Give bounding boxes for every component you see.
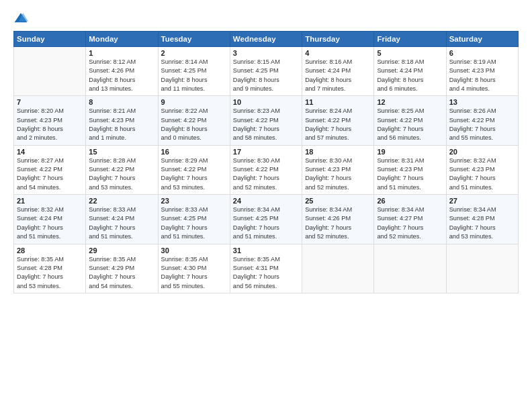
weekday-header-sunday: Sunday xyxy=(14,32,86,47)
day-info: Sunrise: 8:22 AM Sunset: 4:22 PM Dayligh… xyxy=(161,107,227,142)
day-number: 28 xyxy=(17,246,83,255)
day-number: 22 xyxy=(89,197,154,205)
day-info: Sunrise: 8:33 AM Sunset: 4:25 PM Dayligh… xyxy=(161,205,227,241)
day-cell: 2Sunrise: 8:14 AM Sunset: 4:25 PM Daylig… xyxy=(158,47,230,96)
day-cell: 30Sunrise: 8:35 AM Sunset: 4:30 PM Dayli… xyxy=(158,244,230,293)
day-number: 26 xyxy=(377,197,443,205)
day-cell: 8Sunrise: 8:21 AM Sunset: 4:23 PM Daylig… xyxy=(86,96,158,145)
day-cell: 28Sunrise: 8:35 AM Sunset: 4:28 PM Dayli… xyxy=(14,244,86,293)
day-info: Sunrise: 8:28 AM Sunset: 4:22 PM Dayligh… xyxy=(89,156,154,192)
day-cell: 25Sunrise: 8:34 AM Sunset: 4:26 PM Dayli… xyxy=(302,195,374,244)
day-info: Sunrise: 8:19 AM Sunset: 4:23 PM Dayligh… xyxy=(449,58,515,93)
day-info: Sunrise: 8:35 AM Sunset: 4:31 PM Dayligh… xyxy=(233,255,299,291)
week-row-1: 1Sunrise: 8:12 AM Sunset: 4:26 PM Daylig… xyxy=(14,47,519,96)
day-info: Sunrise: 8:24 AM Sunset: 4:22 PM Dayligh… xyxy=(305,107,371,142)
day-info: Sunrise: 8:15 AM Sunset: 4:25 PM Dayligh… xyxy=(233,58,299,93)
weekday-header-wednesday: Wednesday xyxy=(230,32,302,47)
day-number: 2 xyxy=(161,49,227,57)
day-info: Sunrise: 8:34 AM Sunset: 4:28 PM Dayligh… xyxy=(449,205,515,241)
day-cell: 21Sunrise: 8:32 AM Sunset: 4:24 PM Dayli… xyxy=(14,195,86,244)
page: SundayMondayTuesdayWednesdayThursdayFrid… xyxy=(0,0,532,411)
day-cell: 4Sunrise: 8:16 AM Sunset: 4:24 PM Daylig… xyxy=(302,47,374,96)
header xyxy=(13,11,519,26)
day-number: 20 xyxy=(449,148,515,156)
day-cell: 11Sunrise: 8:24 AM Sunset: 4:22 PM Dayli… xyxy=(302,96,374,145)
day-number: 18 xyxy=(305,148,371,156)
day-number: 4 xyxy=(305,49,371,57)
week-row-4: 21Sunrise: 8:32 AM Sunset: 4:24 PM Dayli… xyxy=(14,195,519,244)
day-info: Sunrise: 8:20 AM Sunset: 4:23 PM Dayligh… xyxy=(17,107,83,142)
weekday-header-row: SundayMondayTuesdayWednesdayThursdayFrid… xyxy=(14,32,519,47)
day-info: Sunrise: 8:30 AM Sunset: 4:23 PM Dayligh… xyxy=(305,156,371,192)
day-cell: 6Sunrise: 8:19 AM Sunset: 4:23 PM Daylig… xyxy=(446,47,518,96)
day-info: Sunrise: 8:14 AM Sunset: 4:25 PM Dayligh… xyxy=(161,58,227,93)
day-info: Sunrise: 8:23 AM Sunset: 4:22 PM Dayligh… xyxy=(233,107,299,142)
week-row-2: 7Sunrise: 8:20 AM Sunset: 4:23 PM Daylig… xyxy=(14,96,519,145)
day-cell: 26Sunrise: 8:34 AM Sunset: 4:27 PM Dayli… xyxy=(374,195,446,244)
logo xyxy=(13,11,31,26)
day-info: Sunrise: 8:32 AM Sunset: 4:24 PM Dayligh… xyxy=(17,205,83,241)
day-number: 9 xyxy=(161,98,227,106)
day-cell xyxy=(302,244,374,293)
day-number: 1 xyxy=(89,49,154,57)
day-cell: 17Sunrise: 8:30 AM Sunset: 4:22 PM Dayli… xyxy=(230,145,302,194)
day-cell xyxy=(374,244,446,293)
day-cell: 7Sunrise: 8:20 AM Sunset: 4:23 PM Daylig… xyxy=(14,96,86,145)
day-cell: 19Sunrise: 8:31 AM Sunset: 4:23 PM Dayli… xyxy=(374,145,446,194)
day-number: 15 xyxy=(89,148,154,156)
day-number: 29 xyxy=(89,246,154,255)
logo-icon xyxy=(13,11,28,26)
weekday-header-saturday: Saturday xyxy=(446,32,518,47)
calendar: SundayMondayTuesdayWednesdayThursdayFrid… xyxy=(13,31,519,293)
day-info: Sunrise: 8:16 AM Sunset: 4:24 PM Dayligh… xyxy=(305,58,371,93)
day-number: 14 xyxy=(17,148,83,156)
day-cell: 3Sunrise: 8:15 AM Sunset: 4:25 PM Daylig… xyxy=(230,47,302,96)
day-info: Sunrise: 8:33 AM Sunset: 4:24 PM Dayligh… xyxy=(89,205,154,241)
day-info: Sunrise: 8:12 AM Sunset: 4:26 PM Dayligh… xyxy=(89,58,154,93)
day-info: Sunrise: 8:34 AM Sunset: 4:26 PM Dayligh… xyxy=(305,205,371,241)
day-cell xyxy=(14,47,86,96)
day-info: Sunrise: 8:25 AM Sunset: 4:22 PM Dayligh… xyxy=(377,107,443,142)
day-info: Sunrise: 8:26 AM Sunset: 4:22 PM Dayligh… xyxy=(449,107,515,142)
day-info: Sunrise: 8:30 AM Sunset: 4:22 PM Dayligh… xyxy=(233,156,299,192)
day-cell: 22Sunrise: 8:33 AM Sunset: 4:24 PM Dayli… xyxy=(86,195,158,244)
day-info: Sunrise: 8:31 AM Sunset: 4:23 PM Dayligh… xyxy=(377,156,443,192)
weekday-header-thursday: Thursday xyxy=(302,32,374,47)
weekday-header-tuesday: Tuesday xyxy=(158,32,230,47)
day-cell: 20Sunrise: 8:32 AM Sunset: 4:23 PM Dayli… xyxy=(446,145,518,194)
day-cell: 24Sunrise: 8:34 AM Sunset: 4:25 PM Dayli… xyxy=(230,195,302,244)
day-cell: 15Sunrise: 8:28 AM Sunset: 4:22 PM Dayli… xyxy=(86,145,158,194)
day-cell xyxy=(446,244,518,293)
day-info: Sunrise: 8:34 AM Sunset: 4:25 PM Dayligh… xyxy=(233,205,299,241)
day-info: Sunrise: 8:34 AM Sunset: 4:27 PM Dayligh… xyxy=(377,205,443,241)
day-number: 23 xyxy=(161,197,227,205)
day-cell: 5Sunrise: 8:18 AM Sunset: 4:24 PM Daylig… xyxy=(374,47,446,96)
day-number: 21 xyxy=(17,197,83,205)
week-row-3: 14Sunrise: 8:27 AM Sunset: 4:22 PM Dayli… xyxy=(14,145,519,194)
day-number: 19 xyxy=(377,148,443,156)
day-number: 3 xyxy=(233,49,299,57)
day-cell: 1Sunrise: 8:12 AM Sunset: 4:26 PM Daylig… xyxy=(86,47,158,96)
day-number: 24 xyxy=(233,197,299,205)
day-info: Sunrise: 8:35 AM Sunset: 4:30 PM Dayligh… xyxy=(161,255,227,291)
day-cell: 9Sunrise: 8:22 AM Sunset: 4:22 PM Daylig… xyxy=(158,96,230,145)
day-cell: 13Sunrise: 8:26 AM Sunset: 4:22 PM Dayli… xyxy=(446,96,518,145)
day-cell: 23Sunrise: 8:33 AM Sunset: 4:25 PM Dayli… xyxy=(158,195,230,244)
day-cell: 12Sunrise: 8:25 AM Sunset: 4:22 PM Dayli… xyxy=(374,96,446,145)
day-cell: 14Sunrise: 8:27 AM Sunset: 4:22 PM Dayli… xyxy=(14,145,86,194)
day-number: 6 xyxy=(449,49,515,57)
day-info: Sunrise: 8:29 AM Sunset: 4:22 PM Dayligh… xyxy=(161,156,227,192)
day-number: 5 xyxy=(377,49,443,57)
day-cell: 29Sunrise: 8:35 AM Sunset: 4:29 PM Dayli… xyxy=(86,244,158,293)
day-info: Sunrise: 8:18 AM Sunset: 4:24 PM Dayligh… xyxy=(377,58,443,93)
day-info: Sunrise: 8:35 AM Sunset: 4:29 PM Dayligh… xyxy=(89,255,154,291)
day-number: 7 xyxy=(17,98,83,106)
day-info: Sunrise: 8:35 AM Sunset: 4:28 PM Dayligh… xyxy=(17,255,83,291)
day-number: 30 xyxy=(161,246,227,255)
day-info: Sunrise: 8:32 AM Sunset: 4:23 PM Dayligh… xyxy=(449,156,515,192)
day-number: 10 xyxy=(233,98,299,106)
day-cell: 10Sunrise: 8:23 AM Sunset: 4:22 PM Dayli… xyxy=(230,96,302,145)
day-number: 17 xyxy=(233,148,299,156)
weekday-header-friday: Friday xyxy=(374,32,446,47)
day-number: 11 xyxy=(305,98,371,106)
